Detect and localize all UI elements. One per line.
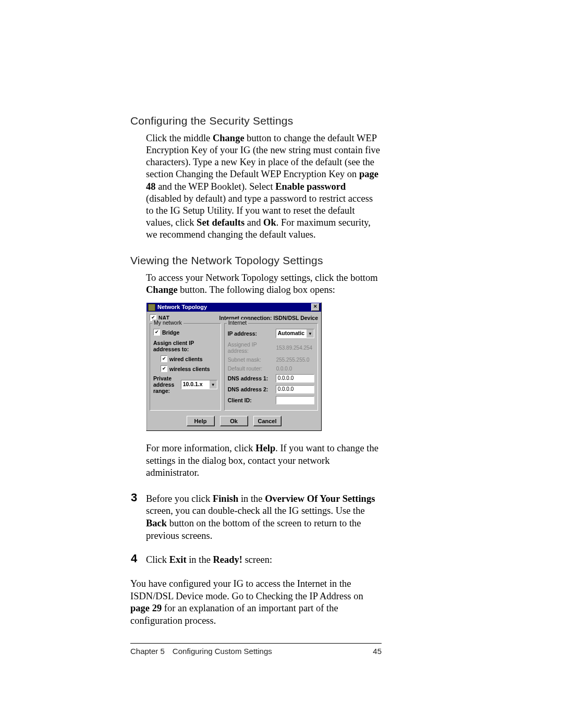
private-address-range-select[interactable]: 10.0.1.x ▼ bbox=[181, 380, 217, 389]
assign-clients-label: Assign client IP addresses to: bbox=[153, 340, 217, 352]
checkbox-icon: ✔ bbox=[153, 329, 160, 336]
step-number: 3 bbox=[131, 490, 137, 505]
text: screen, you can double-check all the IG … bbox=[146, 505, 365, 516]
ok-button[interactable]: Ok bbox=[220, 416, 248, 426]
footer-page-number: 45 bbox=[373, 647, 382, 656]
text: For more information, click bbox=[146, 443, 255, 453]
dns2-label: DNS address 2: bbox=[228, 386, 276, 392]
chevron-down-icon: ▼ bbox=[209, 380, 217, 389]
bridge-checkbox[interactable]: ✔ Bridge bbox=[153, 329, 217, 336]
assigned-ip-label: Assigned IP address: bbox=[228, 341, 276, 354]
private-address-range-label: Private address range: bbox=[153, 375, 177, 394]
text: You have configured your IG to access th… bbox=[130, 578, 363, 601]
default-router-value: 0.0.0.0 bbox=[276, 366, 314, 372]
text-bold-change: Change bbox=[213, 133, 244, 143]
text: for an explanation of an important part … bbox=[130, 603, 338, 626]
text-bold-finish: Finish bbox=[213, 493, 238, 504]
text: and the WEP Booklet). Select bbox=[156, 181, 276, 192]
text: button on the bottom of the screen to re… bbox=[146, 518, 361, 541]
text: button. The following dialog box opens: bbox=[178, 285, 335, 295]
dialog-title-text: Network Topology bbox=[157, 303, 207, 312]
select-value: Automatic bbox=[276, 329, 306, 338]
subnet-mask-label: Subnet mask: bbox=[228, 356, 276, 363]
network-topology-intro: To access your Network Topology settings… bbox=[146, 272, 382, 296]
wireless-clients-checkbox[interactable]: ✔ wireless clients bbox=[161, 365, 217, 372]
heading-security-settings: Configuring the Security Settings bbox=[130, 115, 382, 127]
wired-clients-label: wired clients bbox=[169, 356, 203, 362]
text: Before you click bbox=[146, 493, 213, 504]
close-button[interactable]: ✕ bbox=[311, 303, 320, 311]
help-button[interactable]: Help bbox=[187, 416, 215, 426]
my-network-group-title: My network bbox=[152, 319, 183, 326]
text: Click bbox=[146, 554, 169, 565]
text: in the bbox=[187, 554, 213, 565]
step-number: 4 bbox=[131, 551, 137, 566]
subnet-mask-value: 255.255.255.0 bbox=[276, 357, 314, 363]
heading-network-topology: Viewing the Network Topology Settings bbox=[130, 254, 382, 267]
page-footer: Chapter 5 Configuring Custom Settings 45 bbox=[130, 647, 382, 656]
checkbox-icon: ✔ bbox=[161, 365, 167, 372]
closing-paragraph: You have configured your IG to access th… bbox=[130, 578, 382, 627]
security-settings-paragraph: Click the middle Change button to change… bbox=[146, 132, 382, 241]
default-router-label: Default router: bbox=[228, 365, 276, 372]
chevron-down-icon: ▼ bbox=[306, 329, 314, 338]
footer-chapter: Chapter 5 Configuring Custom Settings bbox=[130, 647, 272, 656]
dialog-titlebar: Network Topology ✕ bbox=[146, 303, 321, 312]
text-bold-ready: Ready! bbox=[213, 554, 242, 565]
text: Click the middle bbox=[146, 133, 213, 143]
text: To access your Network Topology settings… bbox=[146, 273, 378, 283]
text-bold-page29: page 29 bbox=[130, 603, 162, 613]
bridge-label: Bridge bbox=[162, 329, 179, 336]
wireless-clients-label: wireless clients bbox=[169, 366, 210, 372]
checkbox-icon: ✔ bbox=[161, 355, 167, 362]
step-4: 4 Click Exit in the Ready! screen: bbox=[146, 553, 382, 566]
text-bold-change: Change bbox=[146, 285, 178, 295]
internet-group-title: Internet bbox=[227, 319, 249, 326]
wired-clients-checkbox[interactable]: ✔ wired clients bbox=[161, 355, 217, 362]
app-icon bbox=[148, 304, 155, 311]
client-id-label: Client ID: bbox=[228, 397, 276, 403]
dns1-label: DNS address 1: bbox=[228, 375, 276, 381]
text-bold-back: Back bbox=[146, 518, 167, 528]
ip-address-label: IP address: bbox=[228, 330, 276, 337]
text-bold-ok: Ok bbox=[263, 217, 276, 228]
text-bold-overview: Overview Of Your Settings bbox=[265, 493, 375, 504]
text-bold-enable-password: Enable password bbox=[275, 181, 346, 192]
internet-group: Internet IP address: Automatic ▼ Assigne… bbox=[224, 323, 318, 411]
client-id-input[interactable] bbox=[276, 396, 314, 404]
footer-rule bbox=[130, 643, 382, 644]
text: and bbox=[244, 217, 263, 228]
text: in the bbox=[238, 493, 265, 504]
text-bold-set-defaults: Set defaults bbox=[197, 217, 244, 228]
dns2-input[interactable]: 0.0.0.0 bbox=[276, 385, 314, 393]
cancel-button[interactable]: Cancel bbox=[253, 416, 282, 426]
assigned-ip-value: 153.89.254.254 bbox=[276, 345, 314, 351]
ip-address-select[interactable]: Automatic ▼ bbox=[276, 329, 314, 338]
text-bold-exit: Exit bbox=[169, 554, 187, 565]
step-3: 3 Before you click Finish in the Overvie… bbox=[146, 492, 382, 542]
dns1-input[interactable]: 0.0.0.0 bbox=[276, 374, 314, 382]
text: screen: bbox=[242, 554, 272, 565]
my-network-group: My network ✔ Bridge Assign client IP add… bbox=[150, 323, 221, 411]
after-dialog-paragraph: For more information, click Help. If you… bbox=[146, 442, 382, 478]
network-topology-dialog: Network Topology ✕ ✔ NAT Internet connec… bbox=[146, 302, 322, 431]
text-bold-help: Help bbox=[255, 443, 275, 453]
select-value: 10.0.1.x bbox=[181, 380, 209, 389]
